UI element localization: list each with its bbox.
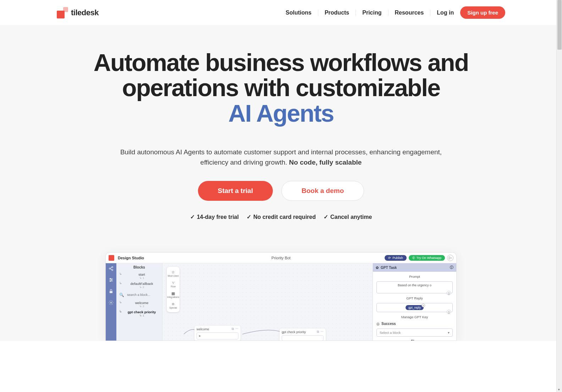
gpt-reply-input[interactable]: gpt_reply × {} bbox=[376, 303, 453, 312]
right-panel-header: ✿ GPT Task ⓘ bbox=[373, 263, 456, 272]
signup-button[interactable]: Sign up free bbox=[460, 6, 505, 19]
feature-free-trial: 14-day free trial bbox=[190, 214, 239, 220]
sidebar-item-gpt-check-priority[interactable]: gpt check priority ↳ 1 bbox=[119, 309, 159, 318]
success-block-select[interactable]: Select a block ▾ bbox=[376, 328, 453, 337]
chevron-down-icon: ▾ bbox=[448, 331, 450, 335]
manage-gpt-key-link[interactable]: Manage GPT Key bbox=[376, 315, 453, 319]
toolbar-integrations[interactable]: ▦ Integrations bbox=[167, 290, 180, 299]
main-nav: Solutions Products Pricing Resources Log… bbox=[279, 6, 505, 19]
book-demo-button[interactable]: Book a demo bbox=[281, 181, 364, 201]
bot-name-label: Priority Bot bbox=[271, 256, 291, 260]
nav-solutions[interactable]: Solutions bbox=[279, 10, 318, 16]
sidebar-search[interactable]: 🔍 bbox=[119, 290, 159, 300]
send-icon: ➤ bbox=[198, 334, 201, 338]
blocks-heading: Blocks bbox=[119, 265, 159, 269]
feature-no-card: No credit card required bbox=[247, 214, 316, 220]
success-text: Success bbox=[381, 322, 396, 326]
more-icon[interactable]: ⋯ bbox=[320, 330, 324, 334]
svg-line-4 bbox=[110, 269, 112, 270]
hero-features: 14-day free trial No credit card require… bbox=[57, 214, 505, 220]
play-icon: ▷ bbox=[449, 255, 452, 260]
svg-point-9 bbox=[111, 280, 112, 280]
canvas-node-gpt-check-priority[interactable]: gpt check priority ⧉ ⋯ bbox=[280, 328, 326, 341]
whatsapp-icon: ✆ bbox=[412, 256, 415, 260]
success-label: ◎ Success bbox=[376, 322, 453, 326]
svg-point-8 bbox=[110, 278, 111, 279]
app-canvas[interactable]: ☆ Most Used ⑂ Flow ▦ Integrations ⚛ Spec… bbox=[162, 263, 373, 341]
prompt-label: Prompt bbox=[376, 275, 453, 278]
info-icon[interactable]: ⓘ bbox=[450, 265, 453, 270]
gpt-icon: ✿ bbox=[376, 266, 379, 270]
sidebar-item-meta: ↳ 2 bbox=[124, 286, 159, 289]
canvas-node-welcome[interactable]: welcome ⧉ ⋯ ➤ bbox=[194, 326, 241, 341]
toolbar-label: Flow bbox=[171, 285, 176, 288]
scrollbar-thumb[interactable] bbox=[557, 0, 562, 50]
brand-name: tiledesk bbox=[71, 8, 99, 17]
sidebar-item-start[interactable]: start ↳ 1 bbox=[119, 271, 159, 281]
browser-scrollbar[interactable]: ▴ ▾ bbox=[556, 0, 562, 341]
grid-icon: ▦ bbox=[171, 291, 175, 296]
start-trial-button[interactable]: Start a trial bbox=[198, 181, 273, 201]
copy-icon[interactable]: ⧉ bbox=[232, 327, 234, 331]
publish-button[interactable]: ⟳ Publish bbox=[385, 255, 407, 261]
sidebar-item-label: gpt check priority bbox=[128, 310, 156, 314]
refresh-icon: ⟳ bbox=[388, 256, 391, 260]
insert-variable-icon[interactable]: {} bbox=[447, 291, 451, 295]
target-icon: ◎ bbox=[376, 322, 380, 326]
share-icon[interactable] bbox=[109, 266, 114, 271]
more-icon[interactable]: ⋯ bbox=[235, 327, 238, 331]
prompt-input[interactable]: Based on the urgency o {} bbox=[376, 281, 453, 293]
panel-title: GPT Task bbox=[381, 266, 397, 270]
sidebar-item-label: defaultFallback bbox=[131, 282, 153, 286]
node-body: ➤ bbox=[197, 332, 238, 339]
app-sidebar: Blocks start ↳ 1 defaultFallback ↳ 2 🔍 w… bbox=[116, 263, 162, 341]
toolbar-label: Special bbox=[169, 307, 177, 309]
right-panel-body: Prompt Based on the urgency o {} GPT Rep… bbox=[373, 272, 456, 341]
hero-subtitle: Build autonomous AI Agents to automate c… bbox=[107, 147, 455, 167]
site-header: tiledesk Solutions Products Pricing Reso… bbox=[0, 0, 562, 25]
cta-row: Start a trial Book a demo bbox=[57, 181, 505, 201]
toolbar-flow[interactable]: ⑂ Flow bbox=[167, 280, 180, 289]
brand-logo[interactable]: tiledesk bbox=[57, 7, 99, 18]
search-icon: 🔍 bbox=[119, 293, 124, 297]
lock-icon[interactable] bbox=[109, 289, 114, 294]
nav-resources[interactable]: Resources bbox=[389, 10, 431, 16]
hero-title-accent: AI Agents bbox=[57, 101, 505, 126]
app-iconbar bbox=[106, 263, 116, 341]
nav-products[interactable]: Products bbox=[318, 10, 356, 16]
hero-title-line1: Automate business workflows and bbox=[94, 49, 468, 76]
sliders-icon[interactable] bbox=[109, 277, 114, 282]
nav-pricing[interactable]: Pricing bbox=[356, 10, 388, 16]
copy-icon[interactable]: ⧉ bbox=[317, 330, 319, 334]
app-body: Blocks start ↳ 1 defaultFallback ↳ 2 🔍 w… bbox=[106, 263, 456, 341]
sidebar-item-meta: ↳ 1 bbox=[124, 314, 159, 317]
tiledesk-logo-icon bbox=[57, 7, 68, 18]
toolbar-most-used[interactable]: ☆ Most Used bbox=[167, 269, 180, 278]
gear-icon[interactable] bbox=[109, 300, 114, 305]
flow-icon: ⑂ bbox=[171, 281, 175, 285]
nav-login[interactable]: Log in bbox=[437, 10, 454, 16]
chip-label: gpt_reply bbox=[408, 306, 421, 309]
sidebar-item-label: welcome bbox=[135, 301, 149, 305]
sidebar-item-defaultfallback[interactable]: defaultFallback ↳ 2 bbox=[119, 281, 159, 290]
gpt-reply-chip[interactable]: gpt_reply × bbox=[406, 305, 424, 310]
svg-rect-11 bbox=[110, 291, 112, 293]
try-whatsapp-button[interactable]: ✆ Try On Whatsapp bbox=[409, 255, 445, 261]
sidebar-item-label: start bbox=[138, 272, 145, 276]
toolbar-special[interactable]: ⚛ Special bbox=[167, 301, 180, 310]
play-button[interactable]: ▷ bbox=[447, 255, 453, 261]
svg-point-1 bbox=[109, 268, 111, 269]
insert-variable-icon[interactable]: {} bbox=[447, 310, 451, 314]
svg-point-12 bbox=[110, 302, 112, 303]
feature-cancel: Cancel anytime bbox=[324, 214, 372, 220]
sidebar-item-welcome[interactable]: welcome ↳ 2 bbox=[119, 300, 159, 309]
search-input[interactable] bbox=[126, 292, 159, 298]
node-title-label: welcome bbox=[197, 327, 209, 331]
remove-chip-icon[interactable]: × bbox=[422, 304, 425, 307]
sidebar-item-meta: ↳ 2 bbox=[124, 305, 159, 308]
app-logo-icon bbox=[109, 255, 114, 261]
design-studio-label: Design Studio bbox=[118, 256, 144, 260]
app-right-panel: ✿ GPT Task ⓘ Prompt Based on the urgency… bbox=[373, 263, 456, 341]
select-placeholder: Select a block bbox=[380, 331, 401, 335]
canvas-toolbar: ☆ Most Used ⑂ Flow ▦ Integrations ⚛ Spec… bbox=[167, 267, 180, 312]
